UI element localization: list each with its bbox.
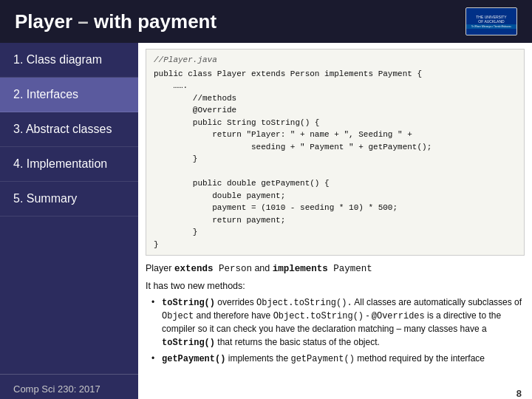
header: Player – with payment THE UNIVERSITYOF A… (0, 0, 532, 43)
desc-payment: Payment (328, 264, 372, 274)
tostring-method: toString() (162, 298, 215, 308)
getpayment-mono: getPayment() (290, 354, 354, 364)
title-player: Player (15, 10, 72, 33)
sidebar-item-implementation[interactable]: 4. Implementation (0, 147, 138, 182)
code-filename: //Player.java (154, 54, 516, 66)
sidebar-item-interfaces[interactable]: 2. Interfaces (0, 78, 138, 112)
description-section: Player extends Person and implements Pay… (138, 259, 532, 399)
therefore-have: and therefore have (194, 310, 273, 321)
desc-line2: It has two new methods: (146, 279, 525, 293)
uoa-logo: THE UNIVERSITYOF AUCKLAND Te Whare Wānan… (466, 7, 517, 35)
overrides-anno-mono: @Overrides (372, 311, 425, 321)
header-title: Player – with payment (15, 10, 216, 33)
desc-implements-bold: implements (273, 264, 328, 274)
sidebar-item-abstract-classes[interactable]: 3. Abstract classes (0, 112, 138, 147)
sidebar-item-summary[interactable]: 5. Summary (0, 182, 138, 216)
overrides-text: overrides (215, 297, 256, 307)
desc-extends-bold: extends (174, 264, 214, 274)
content-area: //Player.java public class Player extend… (138, 43, 532, 399)
desc-person: Person (213, 264, 252, 274)
desc-and: and (252, 263, 273, 273)
auto-subclass-text: All classes are automatically subclasses… (352, 297, 522, 307)
implements-text: implements the (225, 353, 290, 364)
tostring3-mono: toString() (162, 338, 215, 348)
title-subtitle: with payment (94, 10, 216, 33)
bullet-tostring: toString() overrides Object.toString(). … (151, 296, 525, 350)
object-mono: Object (162, 311, 194, 321)
uoa-logo-top: THE UNIVERSITYOF AUCKLAND (466, 14, 516, 24)
title-dash: – (78, 10, 94, 33)
sidebar: 1. Class diagram 2. Interfaces 3. Abstra… (0, 43, 138, 399)
sidebar-nav: 1. Class diagram 2. Interfaces 3. Abstra… (0, 43, 138, 216)
content-wrapper: //Player.java public class Player extend… (138, 43, 532, 399)
code-block: //Player.java public class Player extend… (146, 49, 525, 256)
main-layout: 1. Class diagram 2. Interfaces 3. Abstra… (0, 43, 532, 399)
overrides-directive: - (364, 310, 372, 321)
sidebar-footer: Comp Sci 230: 2017 (0, 374, 138, 399)
uoa-logo-bottom: Te Whare Wānanga o Tāmaki Makaurau (466, 24, 516, 29)
desc-line1: Player extends Person and implements Pay… (146, 262, 525, 276)
bullet-getpayment: getPayment() implements the getPayment()… (151, 352, 525, 366)
desc-player: Player (146, 263, 174, 273)
sidebar-item-class-diagram[interactable]: 1. Class diagram (0, 43, 138, 78)
object-tostring2-mono: Object.toString() (273, 311, 364, 321)
page-number: 8 (516, 388, 522, 399)
desc-bullet-list: toString() overrides Object.toString(). … (146, 296, 525, 366)
method-required-text: method required by the interface (355, 353, 485, 364)
code-body: public class Player extends Person imple… (154, 68, 516, 251)
basic-status-text: that returns the basic status of the obj… (215, 337, 380, 347)
getpayment-method: getPayment() (162, 354, 225, 364)
object-tostring-mono: Object.toString(). (256, 298, 352, 308)
